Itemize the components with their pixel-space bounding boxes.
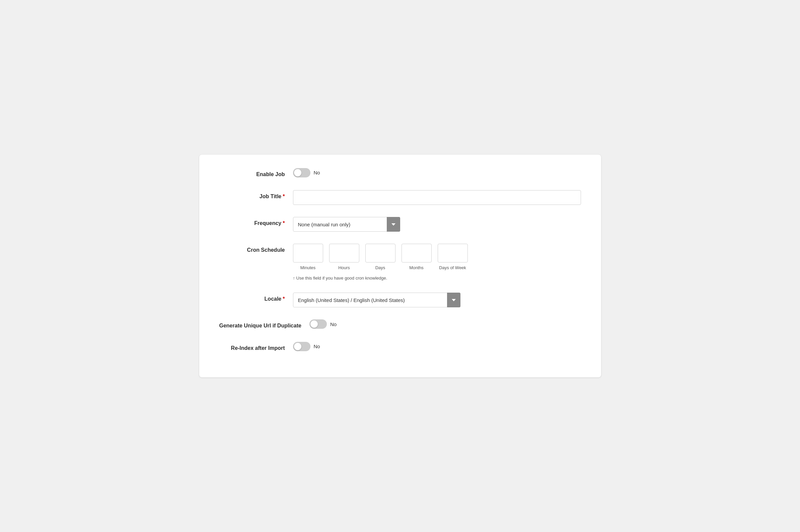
cron-hint: ↑ Use this field if you have good cron k…	[293, 276, 468, 281]
locale-label: Locale*	[220, 292, 293, 303]
cron-schedule-label: Cron Schedule	[220, 244, 293, 254]
locale-select[interactable]: English (United States) / English (Unite…	[293, 292, 460, 307]
job-title-control	[293, 190, 581, 205]
generate-unique-url-toggle-wrapper: No	[309, 319, 337, 329]
generate-unique-url-row: Generate Unique Url if Duplicate No	[220, 319, 581, 329]
locale-control: English (United States) / English (Unite…	[293, 292, 581, 307]
job-title-row: Job Title*	[220, 190, 581, 205]
cron-days-of-week-label: Days of Week	[439, 265, 466, 271]
frequency-required: *	[283, 220, 285, 226]
cron-schedule-control: Minutes Hours Days Months	[293, 244, 581, 281]
enable-job-status: No	[314, 170, 320, 175]
enable-job-row: Enable Job No	[220, 168, 581, 178]
locale-row: Locale* English (United States) / Englis…	[220, 292, 581, 307]
frequency-select-wrapper: None (manual run only) Every Minute Ever…	[293, 217, 400, 232]
generate-unique-url-label: Generate Unique Url if Duplicate	[220, 319, 309, 329]
cron-minutes-input[interactable]	[293, 244, 323, 263]
cron-hours-input[interactable]	[329, 244, 359, 263]
job-title-required: *	[283, 193, 285, 199]
frequency-control: None (manual run only) Every Minute Ever…	[293, 217, 581, 232]
cron-minutes-group: Minutes	[293, 244, 323, 271]
cron-days-of-week-input[interactable]	[438, 244, 468, 263]
generate-unique-url-thumb	[310, 320, 318, 328]
enable-job-thumb	[294, 169, 301, 176]
cron-hours-group: Hours	[329, 244, 359, 271]
reindex-after-import-toggle[interactable]	[293, 342, 310, 351]
reindex-after-import-thumb	[294, 343, 301, 350]
cron-days-label: Days	[375, 265, 385, 271]
locale-required: *	[283, 296, 285, 302]
cron-hours-label: Hours	[338, 265, 350, 271]
generate-unique-url-control: No	[309, 319, 581, 329]
cron-fields: Minutes Hours Days Months	[293, 244, 468, 271]
reindex-after-import-row: Re-Index after Import No	[220, 342, 581, 352]
frequency-row: Frequency* None (manual run only) Every …	[220, 217, 581, 232]
locale-select-wrapper: English (United States) / English (Unite…	[293, 292, 460, 307]
reindex-after-import-toggle-wrapper: No	[293, 342, 320, 351]
reindex-after-import-label: Re-Index after Import	[220, 342, 293, 352]
generate-unique-url-status: No	[330, 321, 337, 327]
enable-job-label: Enable Job	[220, 168, 293, 178]
cron-months-label: Months	[409, 265, 424, 271]
cron-schedule-row: Cron Schedule Minutes Hours Days	[220, 244, 581, 281]
reindex-after-import-control: No	[293, 342, 581, 351]
cron-days-input[interactable]	[365, 244, 396, 263]
frequency-select[interactable]: None (manual run only) Every Minute Ever…	[293, 217, 400, 232]
cron-minutes-label: Minutes	[300, 265, 316, 271]
cron-days-group: Days	[365, 244, 396, 271]
enable-job-control: No	[293, 168, 581, 177]
frequency-label: Frequency*	[220, 217, 293, 227]
job-title-input[interactable]	[293, 190, 581, 205]
reindex-after-import-status: No	[314, 343, 320, 349]
enable-job-toggle[interactable]	[293, 168, 310, 177]
cron-wrapper: Minutes Hours Days Months	[293, 244, 468, 281]
enable-job-toggle-wrapper: No	[293, 168, 320, 177]
job-title-label: Job Title*	[220, 190, 293, 200]
cron-months-input[interactable]	[401, 244, 432, 263]
cron-months-group: Months	[401, 244, 432, 271]
generate-unique-url-toggle[interactable]	[309, 319, 327, 329]
cron-days-of-week-group: Days of Week	[438, 244, 468, 271]
settings-card: Enable Job No Job Title* Frequency*	[199, 155, 601, 377]
